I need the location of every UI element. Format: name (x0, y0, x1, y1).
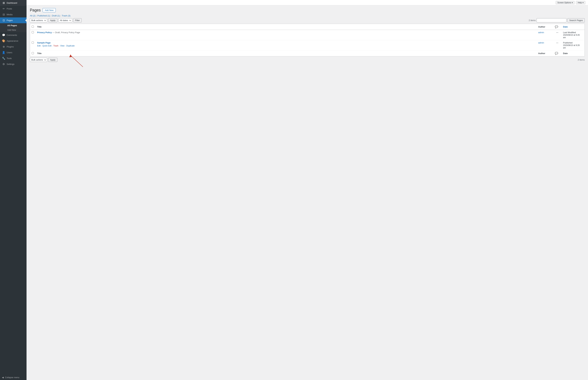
sidebar-item-comments[interactable]: 💬 Comments (0, 32, 27, 38)
row1-author-link[interactable]: admin (538, 31, 544, 34)
row1-title-link[interactable]: Privacy Policy (37, 31, 52, 34)
row1-comments-value: — (556, 31, 558, 34)
row1-checkbox[interactable] (32, 31, 34, 33)
bottom-toolbar-left: Bulk actions Apply (30, 58, 57, 62)
col-header-comments: 💬 (553, 24, 561, 30)
sep3: | (60, 15, 61, 17)
sidebar-item-label: Plugins (7, 45, 14, 48)
footer-select-all-checkbox[interactable] (32, 52, 34, 54)
row2-author-link[interactable]: admin (538, 41, 544, 44)
bottom-bulk-actions-select[interactable]: Bulk actions (30, 58, 47, 62)
sidebar-sub-add-new[interactable]: Add New (2, 28, 27, 32)
posts-icon: ✏ (2, 7, 5, 10)
topbar: Screen Options ▾ Help ▾ (27, 0, 588, 5)
footer-col-author: Author (536, 50, 553, 57)
sidebar-item-posts[interactable]: ✏ Posts (0, 6, 27, 12)
sidebar-item-dashboard[interactable]: ⊞ Dashboard (0, 0, 27, 6)
pages-submenu: All Pages Add New (0, 23, 27, 32)
sidebar-item-pages[interactable]: ⊡ Pages (0, 18, 27, 23)
date-sort-link[interactable]: Date (563, 26, 568, 28)
top-apply-button[interactable]: Apply (48, 18, 57, 22)
page-header: Pages Add New (30, 8, 585, 12)
col-header-date: Date (561, 24, 585, 30)
sidebar: ⊞ Dashboard ✏ Posts ⊟ Media ⊡ Pages All … (0, 0, 27, 380)
sidebar-item-label: Tools (7, 57, 12, 59)
row-action-sep2: | (52, 45, 53, 47)
screen-options-label: Screen Options (557, 1, 571, 4)
sidebar-active-arrow (25, 19, 27, 22)
row2-trash-link[interactable]: Trash (53, 45, 58, 47)
pages-table-wrapper: Title Author 💬 Date (30, 24, 585, 57)
toolbar-right: 2 items Search Pages (529, 18, 585, 22)
sidebar-item-settings[interactable]: ⚙ Settings (0, 61, 27, 67)
bottom-apply-button[interactable]: Apply (48, 58, 57, 62)
table-row: Sample Page Edit | Quick Edit | Trash | … (30, 40, 585, 50)
main-content: Screen Options ▾ Help ▾ Pages Add New Al… (27, 0, 588, 380)
sidebar-item-plugins[interactable]: ⊕ Plugins (0, 44, 27, 50)
sidebar-item-users[interactable]: 👤 Users (0, 50, 27, 56)
sidebar-item-appearance[interactable]: 🎨 Appearance (0, 38, 27, 44)
row2-title-cell: Sample Page Edit | Quick Edit | Trash | … (36, 40, 536, 50)
footer-col-cb (30, 50, 36, 57)
row2-view-link[interactable]: View (60, 45, 65, 47)
screen-options-button[interactable]: Screen Options ▾ (556, 1, 575, 4)
row1-checkbox-cell (30, 30, 36, 40)
footer-comments-icon: 💬 (555, 52, 558, 55)
filter-links: All (2) | Published (1) | Draft (1) | Tr… (30, 15, 585, 17)
tools-icon: 🔧 (2, 57, 5, 60)
filter-all[interactable]: All (2) (30, 15, 36, 17)
search-input[interactable] (536, 18, 567, 22)
help-chevron-icon: ▾ (583, 1, 584, 4)
sidebar-item-media[interactable]: ⊟ Media (0, 12, 27, 18)
help-label: Help (578, 1, 582, 4)
row2-quick-edit-link[interactable]: Quick Edit (42, 45, 52, 47)
row2-title-link[interactable]: Sample Page (37, 41, 51, 44)
help-button[interactable]: Help ▾ (576, 1, 585, 4)
row1-date-label: Last Modified (563, 31, 576, 34)
row2-duplicate-link[interactable]: Duplicate (66, 45, 75, 47)
sep1: | (36, 15, 37, 17)
row-action-sep4: | (65, 45, 66, 47)
row2-date-value: 2020/08/10 at 9:26 am (563, 44, 580, 49)
filter-trash[interactable]: Trash (3) (62, 15, 70, 17)
row2-comments-cell: — (553, 40, 561, 50)
filter-published[interactable]: Published (1) (37, 15, 50, 17)
search-pages-button[interactable]: Search Pages (568, 18, 585, 22)
row2-checkbox-cell (30, 40, 36, 50)
sidebar-item-label: Pages (7, 19, 13, 21)
toolbar-left: Bulk actions Apply All dates Filter (30, 18, 82, 22)
row2-checkbox[interactable] (32, 41, 34, 44)
collapse-menu-button[interactable]: ◀ Collapse menu (0, 375, 27, 380)
bulk-actions-select[interactable]: Bulk actions (30, 18, 47, 22)
collapse-icon: ◀ (2, 376, 4, 379)
table-footer-row: Title Author 💬 Date (30, 50, 585, 57)
sidebar-item-label: Settings (7, 63, 15, 65)
sidebar-sub-all-pages[interactable]: All Pages (2, 23, 27, 28)
pages-table: Title Author 💬 Date (30, 24, 585, 57)
add-new-button[interactable]: Add New (43, 8, 56, 12)
sidebar-item-tools[interactable]: 🔧 Tools (0, 56, 27, 61)
col-header-checkbox (30, 24, 36, 30)
media-icon: ⊟ (2, 13, 5, 16)
sep2: | (51, 15, 51, 17)
filter-button[interactable]: Filter (73, 18, 82, 22)
pages-icon: ⊡ (2, 19, 5, 22)
filter-draft[interactable]: Draft (1) (52, 15, 60, 17)
page-title: Pages (30, 8, 41, 12)
dates-select[interactable]: All dates (58, 18, 72, 22)
row-action-sep1: | (41, 45, 42, 47)
footer-col-comments: 💬 (553, 50, 561, 57)
row2-comments-value: — (556, 41, 558, 44)
sidebar-item-label: Posts (7, 7, 12, 10)
top-items-count: 2 items (529, 19, 535, 21)
bottom-items-count: 2 items (578, 58, 585, 61)
top-toolbar: Bulk actions Apply All dates Filter 2 it… (30, 18, 585, 22)
dashboard-icon: ⊞ (2, 1, 5, 4)
row2-edit-link[interactable]: Edit (37, 45, 41, 47)
select-all-checkbox[interactable] (32, 26, 34, 28)
sidebar-item-label: Comments (7, 34, 17, 36)
row1-title-cell: Privacy Policy — Draft, Privacy Policy P… (36, 30, 536, 40)
footer-col-date: Date (561, 50, 585, 57)
row2-date-label: Published (563, 41, 572, 44)
sidebar-item-label: Dashboard (7, 2, 17, 4)
